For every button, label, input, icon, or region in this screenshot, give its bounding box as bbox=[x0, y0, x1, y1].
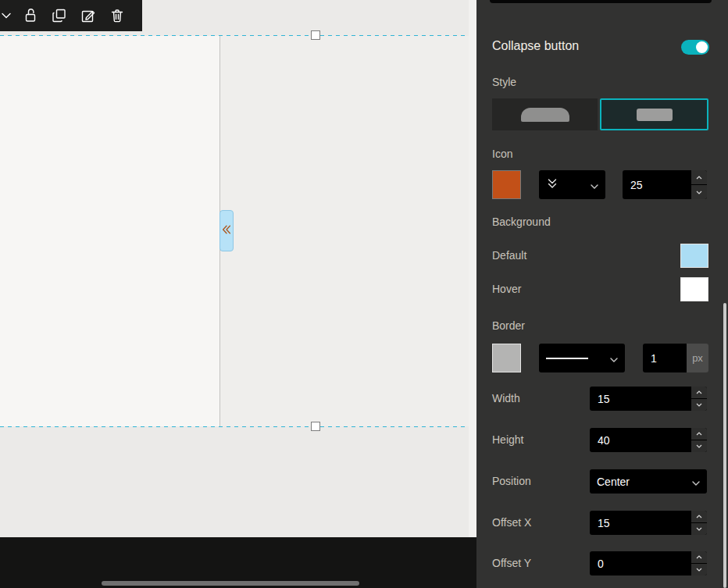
chevron-down-icon bbox=[610, 351, 618, 365]
collapse-button-section-title: Collapse button bbox=[492, 39, 579, 53]
settings-panel: Collapse button Style Icon bbox=[476, 0, 728, 588]
chevron-down-icon bbox=[2, 12, 11, 19]
sidebar-widget-region[interactable] bbox=[0, 36, 219, 426]
border-style-select[interactable] bbox=[539, 344, 625, 372]
offset-x-label: Offset X bbox=[492, 516, 531, 529]
width-increment-button[interactable] bbox=[691, 387, 707, 398]
offset-x-increment-button[interactable] bbox=[691, 511, 707, 522]
border-label: Border bbox=[492, 319, 525, 332]
icon-size-decrement-button[interactable] bbox=[691, 184, 707, 199]
offset-y-field[interactable] bbox=[590, 551, 691, 576]
trash-icon bbox=[108, 6, 127, 25]
selection-outline-bottom bbox=[0, 426, 469, 427]
background-label: Background bbox=[492, 216, 551, 228]
solid-line-icon bbox=[546, 358, 588, 359]
height-field[interactable] bbox=[590, 428, 691, 452]
rectangle-shape-icon bbox=[637, 109, 673, 121]
icon-label: Icon bbox=[492, 148, 512, 160]
offset-x-decrement-button[interactable] bbox=[691, 522, 707, 535]
icon-color-swatch[interactable] bbox=[492, 170, 521, 199]
offset-x-field[interactable] bbox=[590, 511, 691, 535]
panel-top-field-partial[interactable] bbox=[490, 0, 712, 3]
width-spinner bbox=[691, 387, 707, 411]
delete-button[interactable] bbox=[107, 5, 127, 26]
style-option-rounded[interactable] bbox=[492, 98, 598, 130]
height-label: Height bbox=[492, 433, 523, 446]
rounded-tab-shape-icon bbox=[521, 108, 569, 122]
canvas-horizontal-scrollbar[interactable] bbox=[102, 581, 359, 586]
unlock-icon bbox=[21, 6, 40, 25]
background-default-label: Default bbox=[492, 249, 526, 262]
experience-builder-app: Collapse button Style Icon bbox=[0, 0, 728, 588]
selection-outline-top bbox=[0, 35, 469, 36]
duplicate-icon bbox=[50, 6, 69, 25]
toolbar-collapse-menu-button[interactable] bbox=[1, 5, 12, 26]
border-width-field[interactable] bbox=[643, 344, 687, 372]
width-input bbox=[590, 387, 707, 411]
background-default-swatch[interactable] bbox=[680, 244, 708, 268]
widget-toolbar bbox=[0, 0, 142, 31]
icon-size-input bbox=[623, 170, 707, 199]
edit-icon bbox=[79, 6, 98, 25]
icon-select[interactable] bbox=[539, 170, 605, 199]
width-decrement-button[interactable] bbox=[691, 398, 707, 411]
position-selected-value: Center bbox=[597, 476, 630, 488]
edit-button[interactable] bbox=[78, 5, 98, 26]
position-select[interactable]: Center bbox=[590, 469, 707, 494]
height-input bbox=[590, 428, 707, 452]
duplicate-button[interactable] bbox=[49, 5, 70, 26]
style-option-rectangle[interactable] bbox=[600, 98, 708, 130]
style-label: Style bbox=[492, 76, 516, 88]
height-increment-button[interactable] bbox=[691, 428, 707, 440]
width-field[interactable] bbox=[590, 387, 691, 411]
background-hover-swatch[interactable] bbox=[680, 277, 708, 301]
selection-handle-bottom[interactable] bbox=[311, 422, 320, 431]
offset-y-decrement-button[interactable] bbox=[691, 563, 707, 576]
offset-y-label: Offset Y bbox=[492, 557, 531, 569]
toggle-knob bbox=[696, 41, 708, 53]
border-width-input bbox=[643, 344, 687, 372]
sidebar-collapse-handle[interactable] bbox=[219, 210, 234, 251]
offset-y-input bbox=[590, 551, 707, 576]
collapse-button-toggle[interactable] bbox=[681, 40, 709, 55]
double-chevron-left-icon bbox=[221, 223, 232, 239]
icon-size-field[interactable] bbox=[623, 170, 691, 199]
height-spinner bbox=[691, 428, 707, 452]
width-label: Width bbox=[492, 392, 520, 404]
style-options bbox=[492, 98, 708, 130]
selection-handle-top[interactable] bbox=[311, 30, 320, 40]
offset-x-spinner bbox=[691, 511, 707, 535]
icon-size-increment-button[interactable] bbox=[691, 170, 707, 184]
main-widget-region[interactable] bbox=[220, 36, 469, 426]
offset-y-spinner bbox=[691, 551, 707, 576]
offset-x-input bbox=[590, 511, 707, 535]
px-unit-label: px bbox=[687, 344, 708, 372]
settings-panel-scrollbar[interactable] bbox=[723, 303, 726, 588]
background-hover-label: Hover bbox=[492, 283, 521, 295]
position-label: Position bbox=[492, 475, 531, 487]
border-color-swatch[interactable] bbox=[492, 344, 521, 372]
double-chevron-down-icon bbox=[546, 177, 558, 193]
chevron-down-icon bbox=[591, 178, 598, 192]
border-width-group: px bbox=[643, 344, 708, 372]
offset-y-increment-button[interactable] bbox=[691, 551, 707, 563]
canvas-vertical-scrollbar[interactable] bbox=[469, 0, 476, 537]
icon-size-spinner bbox=[691, 170, 707, 199]
unlock-button[interactable] bbox=[20, 5, 41, 26]
chevron-down-icon bbox=[692, 475, 700, 489]
height-decrement-button[interactable] bbox=[691, 440, 707, 452]
design-canvas bbox=[0, 0, 476, 537]
